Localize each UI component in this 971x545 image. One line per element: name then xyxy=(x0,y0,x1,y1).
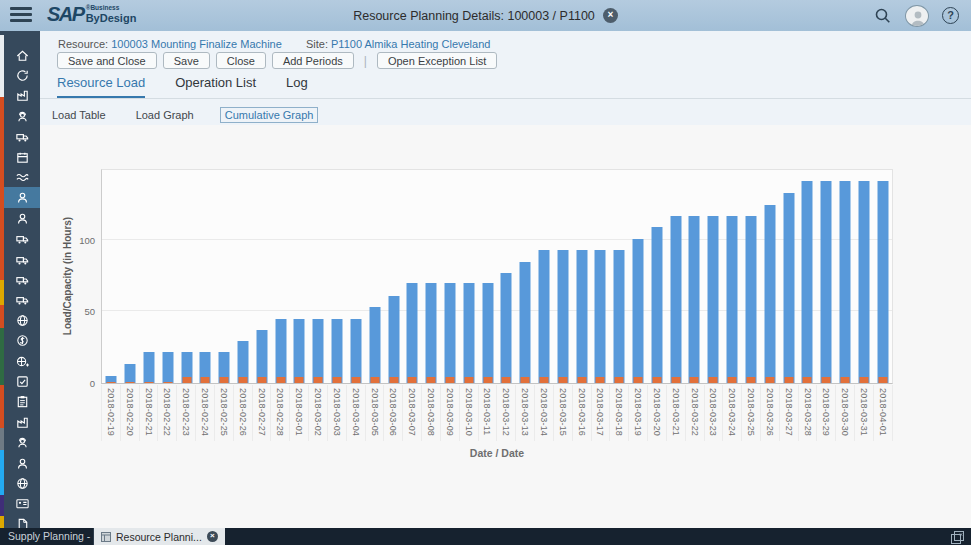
chart-plot xyxy=(101,169,893,384)
bar-cumulative-load xyxy=(764,205,775,383)
chart-bars xyxy=(102,170,892,383)
bar-capacity xyxy=(803,377,812,383)
x-tick-label: 2018-03-16 xyxy=(573,385,592,441)
sidebar-item-person[interactable] xyxy=(4,187,40,208)
hamburger-menu-icon[interactable] xyxy=(10,7,32,24)
sap-logo-text: SAP xyxy=(47,3,84,26)
x-tick-label: 2018-03-19 xyxy=(629,385,648,441)
machine-calendar-icon xyxy=(15,150,30,165)
x-tick-label: 2018-03-31 xyxy=(855,385,874,441)
sidebar-item-history[interactable] xyxy=(4,65,40,86)
x-tick-label: 2018-03-21 xyxy=(667,385,686,441)
sidebar-item-globe-plus[interactable] xyxy=(4,351,40,372)
bar-cumulative-load xyxy=(426,283,437,383)
bar-capacity xyxy=(540,377,549,383)
sidebar-item-money[interactable] xyxy=(4,330,40,351)
page-title: Resource Planning Details: 100003 / P110… xyxy=(353,9,595,23)
sidebar-item-truck[interactable] xyxy=(4,228,40,249)
bar-capacity xyxy=(859,377,868,383)
sidebar-item-clipboard[interactable] xyxy=(4,391,40,412)
sidebar-item-factory[interactable] xyxy=(4,412,40,433)
sidebar-item-globe[interactable] xyxy=(4,473,40,494)
bar-capacity xyxy=(671,377,680,383)
bar-capacity xyxy=(765,377,774,383)
add-periods-button[interactable]: Add Periods xyxy=(272,52,354,69)
taskbar-item-supply-planning[interactable]: Supply Planning - Reso... xyxy=(0,528,94,545)
clipboard-icon xyxy=(15,394,30,409)
sidebar-item-globe[interactable] xyxy=(4,310,40,331)
bar-capacity xyxy=(389,377,398,383)
resource-link[interactable]: 100003 Mounting Finalize Machine xyxy=(111,38,282,50)
sidebar-item-checkbox[interactable] xyxy=(4,371,40,392)
bar-capacity xyxy=(239,377,248,383)
taskbar-tab-resource-planning[interactable]: Resource Planni... × xyxy=(94,528,225,545)
globe-plus-icon xyxy=(15,354,30,369)
bar-cumulative-load xyxy=(689,216,700,383)
waves-icon xyxy=(15,170,30,185)
site-link[interactable]: P1100 Almika Heating Cleveland xyxy=(331,38,490,50)
sidebar-item-factory[interactable] xyxy=(4,85,40,106)
bar-capacity xyxy=(709,377,718,383)
subtab-cumulative-graph[interactable]: Cumulative Graph xyxy=(220,107,319,123)
sidebar-item-agent[interactable] xyxy=(4,432,40,453)
bar-capacity xyxy=(445,377,454,383)
bar-capacity xyxy=(521,377,530,383)
main-content: Resource: 100003 Mounting Finalize Machi… xyxy=(40,31,971,528)
bar-cumulative-load xyxy=(858,181,869,383)
help-icon[interactable]: ? xyxy=(942,7,959,24)
taskbar: Supply Planning - Reso... Resource Plann… xyxy=(0,528,971,545)
sidebar xyxy=(0,31,40,528)
bar-cumulative-load xyxy=(482,283,493,383)
open-exception-list-button[interactable]: Open Exception List xyxy=(377,52,497,69)
bar-cumulative-load xyxy=(463,283,474,383)
save-and-close-button[interactable]: Save and Close xyxy=(57,52,157,69)
bar-capacity xyxy=(615,377,624,383)
history-icon xyxy=(15,68,30,83)
chart-panel: Load/Capacity (in Hours) 050100 2018-02-… xyxy=(40,125,971,528)
sidebar-item-machine-calendar[interactable] xyxy=(4,147,40,168)
tab-resource-load[interactable]: Resource Load xyxy=(57,75,145,98)
sidebar-item-waves[interactable] xyxy=(4,167,40,188)
sidebar-item-person[interactable] xyxy=(4,208,40,229)
subtab-load-table[interactable]: Load Table xyxy=(48,108,110,122)
sidebar-item-truck[interactable] xyxy=(4,269,40,290)
bar-cumulative-load xyxy=(614,250,625,383)
bar-cumulative-load xyxy=(708,216,719,383)
bar-capacity xyxy=(746,377,755,383)
bar-capacity xyxy=(840,377,849,383)
avatar[interactable] xyxy=(905,5,929,27)
x-tick-label: 2018-03-09 xyxy=(441,385,460,441)
x-tick-label: 2018-03-24 xyxy=(723,385,742,441)
bar-capacity xyxy=(577,377,586,383)
bar-cumulative-load xyxy=(125,364,136,383)
bar-capacity xyxy=(276,377,285,383)
bar-cumulative-load xyxy=(745,216,756,383)
x-tick-label: 2018-03-25 xyxy=(742,385,761,441)
idcard-icon xyxy=(15,496,30,511)
save-button[interactable]: Save xyxy=(163,52,210,69)
taskbar-tab-close-icon[interactable]: × xyxy=(207,531,218,542)
x-tick-label: 2018-03-04 xyxy=(347,385,366,441)
y-tick-label: 50 xyxy=(40,306,95,317)
bar-cumulative-load xyxy=(501,273,512,383)
x-tick-label: 2018-03-20 xyxy=(648,385,667,441)
sidebar-item-home[interactable] xyxy=(4,45,40,66)
tab-log[interactable]: Log xyxy=(286,75,308,98)
close-button[interactable]: Close xyxy=(216,52,266,69)
search-icon[interactable] xyxy=(874,7,892,25)
close-view-icon[interactable]: × xyxy=(603,8,618,23)
x-tick-label: 2018-02-19 xyxy=(101,385,121,441)
person-icon xyxy=(15,190,30,205)
sidebar-item-truck[interactable] xyxy=(4,249,40,270)
sidebar-item-truck[interactable] xyxy=(4,126,40,147)
sidebar-item-person[interactable] xyxy=(4,453,40,474)
sidebar-item-agent[interactable] xyxy=(4,106,40,127)
person-icon xyxy=(15,211,30,226)
bar-cumulative-load xyxy=(144,352,155,383)
subtab-load-graph[interactable]: Load Graph xyxy=(132,108,198,122)
x-tick-label: 2018-03-03 xyxy=(328,385,347,441)
sidebar-item-truck[interactable] xyxy=(4,289,40,310)
tab-operation-list[interactable]: Operation List xyxy=(175,75,256,98)
sidebar-item-idcard[interactable] xyxy=(4,493,40,514)
window-stack-icon[interactable] xyxy=(951,530,964,545)
